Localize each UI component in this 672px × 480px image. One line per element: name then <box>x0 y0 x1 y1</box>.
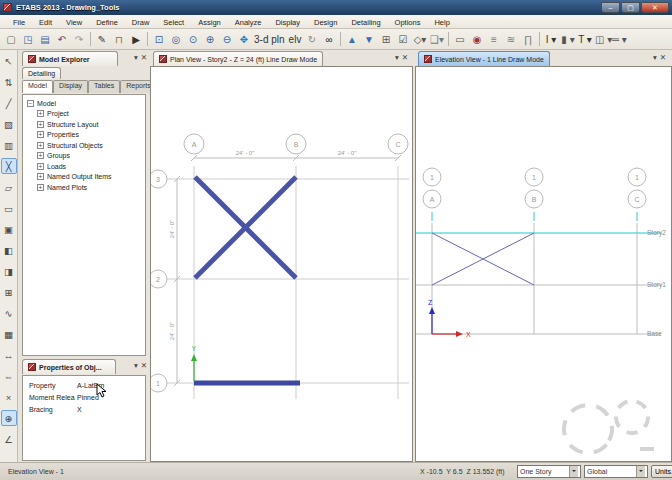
new-model-icon[interactable]: ▢ <box>3 31 19 47</box>
draw-floor-icon[interactable]: ▱ <box>1 179 17 195</box>
rotate-view-icon[interactable]: ↻ <box>304 31 320 47</box>
open-model-icon[interactable]: ◳ <box>20 31 36 47</box>
tree-item-named-plots[interactable]: +Named Plots <box>27 182 145 193</box>
drawn-x-brace[interactable] <box>195 177 296 278</box>
move-up-story-icon[interactable]: ▲ <box>344 31 360 47</box>
view-close-icon[interactable]: ✕ <box>660 53 666 62</box>
quick-draw-walls-icon[interactable]: ◨ <box>1 263 17 279</box>
elevation-view-canvas[interactable]: 1 1 1 A B C <box>415 66 672 462</box>
quick-draw-columns-icon[interactable]: ▥ <box>1 137 17 153</box>
previous-zoom-icon[interactable]: ⊙ <box>185 31 201 47</box>
plan-view-tab[interactable]: Plan View - Story2 - Z = 24 (ft) Line Dr… <box>153 51 323 66</box>
menu-item-edit[interactable]: Edit <box>32 16 59 28</box>
zoom-in-icon[interactable]: ⊕ <box>202 31 218 47</box>
elev-x-brace[interactable] <box>432 233 534 285</box>
explorer-tab-tables[interactable]: Tables <box>88 80 120 93</box>
minimize-button[interactable]: – <box>601 2 620 13</box>
model-explorer-tab[interactable]: Model Explorer <box>22 51 118 66</box>
units-button[interactable]: Units... <box>651 465 672 478</box>
undo-icon[interactable]: ↶ <box>54 31 70 47</box>
assign-joint-dropdown-icon[interactable]: ◇▾ <box>412 31 428 47</box>
panel-dropdown-icon[interactable]: ▾ <box>134 361 138 370</box>
snap-point-icon[interactable]: ◉ <box>469 31 485 47</box>
slab-section-dropdown[interactable]: ▮ ▾ <box>560 31 576 47</box>
open-box-icon[interactable]: ∏ <box>520 31 536 47</box>
tree-item-loads[interactable]: +Loads <box>27 161 145 172</box>
menu-item-select[interactable]: Select <box>156 16 191 28</box>
extrude-view-icon[interactable]: ≡ <box>486 31 502 47</box>
frame-i-section-dropdown[interactable]: I ▾ <box>543 31 559 47</box>
select-check-icon[interactable]: ☑ <box>395 31 411 47</box>
tree-expand-icon[interactable]: + <box>37 110 44 117</box>
similar-stories-icon[interactable]: ⊞ <box>378 31 394 47</box>
draw-frame-icon[interactable]: ▨ <box>1 116 17 132</box>
run-analysis-icon[interactable]: ▶ <box>128 31 144 47</box>
tree-expand-icon[interactable]: + <box>37 173 44 180</box>
redo-icon[interactable]: ↷ <box>71 31 87 47</box>
view-3d-button[interactable]: 3-d <box>253 31 269 47</box>
properties-panel-tab[interactable]: Properties of Obj... <box>22 359 116 374</box>
maximize-button[interactable]: ▢ <box>621 2 640 13</box>
quick-draw-braces-icon[interactable]: ╳ <box>1 158 17 174</box>
view-plan-button[interactable]: pln <box>270 31 286 47</box>
edit-drawing-icon[interactable]: ✎ <box>94 31 110 47</box>
restore-full-view-icon[interactable]: ◎ <box>168 31 184 47</box>
draw-walls-icon[interactable]: ◧ <box>1 242 17 258</box>
draw-grids-icon[interactable]: ▦ <box>1 326 17 342</box>
reshape-object-icon[interactable]: ⇅ <box>1 74 17 90</box>
menu-item-detailing[interactable]: Detailing <box>344 16 387 28</box>
menu-item-options[interactable]: Options <box>388 16 428 28</box>
pan-icon[interactable]: ✥ <box>236 31 252 47</box>
explorer-tab-display[interactable]: Display <box>53 80 88 93</box>
snap-to-lines-icon[interactable]: ∠ <box>1 431 17 447</box>
menu-item-display[interactable]: Display <box>268 16 307 28</box>
panel-close-icon[interactable]: ✕ <box>141 361 147 370</box>
menu-item-file[interactable]: File <box>6 16 32 28</box>
tree-expand-icon[interactable]: + <box>37 131 44 138</box>
tree-expand-icon[interactable]: + <box>37 121 44 128</box>
tree-expand-icon[interactable]: − <box>27 100 34 107</box>
close-button[interactable]: ✕ <box>641 2 669 13</box>
wall-section-dropdown[interactable]: ═ ▾ <box>611 31 627 47</box>
view-close-icon[interactable]: ✕ <box>402 53 408 62</box>
draw-reference-icon[interactable]: × <box>1 389 17 405</box>
tree-item-groups[interactable]: +Groups <box>27 151 145 162</box>
tree-expand-icon[interactable]: + <box>37 184 44 191</box>
draw-section-cut-icon[interactable]: ⇔ <box>1 368 17 384</box>
menu-item-help[interactable]: Help <box>427 16 456 28</box>
tee-section-dropdown[interactable]: T ▾ <box>577 31 593 47</box>
quick-draw-floor-icon[interactable]: ▣ <box>1 221 17 237</box>
move-down-story-icon[interactable]: ▼ <box>361 31 377 47</box>
menu-item-design[interactable]: Design <box>307 16 344 28</box>
extrude-ramp-icon[interactable]: ≋ <box>503 31 519 47</box>
coord-system-select[interactable]: Global <box>584 465 648 478</box>
panel-dropdown-icon[interactable]: ▾ <box>134 53 138 62</box>
draw-opening-icon[interactable]: ⊞ <box>1 284 17 300</box>
view-settings-icon[interactable]: ∞ <box>321 31 337 47</box>
menu-item-assign[interactable]: Assign <box>191 16 228 28</box>
plan-view-canvas[interactable]: 24' - 0" 24' - 0" 24' - 0" 24' - 0" A B <box>150 66 413 462</box>
menu-item-view[interactable]: View <box>59 16 89 28</box>
tree-item-model[interactable]: −Model <box>27 98 145 109</box>
view-dropdown-icon[interactable]: ▾ <box>395 53 399 62</box>
bracing-value[interactable]: X <box>77 406 82 413</box>
view-dropdown-icon[interactable]: ▾ <box>653 53 657 62</box>
save-model-icon[interactable]: ▤ <box>37 31 53 47</box>
tree-item-properties[interactable]: +Properties <box>27 130 145 141</box>
panel-close-icon[interactable]: ✕ <box>141 53 147 62</box>
tree-item-named-output-items[interactable]: +Named Output Items <box>27 172 145 183</box>
elevation-view-tab[interactable]: Elevation View - 1 Line Draw Mode <box>418 51 550 66</box>
menu-item-define[interactable]: Define <box>89 16 125 28</box>
draw-links-icon[interactable]: ∿ <box>1 305 17 321</box>
tree-item-structure-layout[interactable]: +Structure Layout <box>27 119 145 130</box>
draw-joint-icon[interactable]: ╱ <box>1 95 17 111</box>
tree-expand-icon[interactable]: + <box>37 142 44 149</box>
tree-expand-icon[interactable]: + <box>37 152 44 159</box>
explorer-tab-model[interactable]: Model <box>22 80 53 93</box>
story-view-select[interactable]: One Story <box>517 465 581 478</box>
zoom-out-icon[interactable]: ⊖ <box>219 31 235 47</box>
draw-dimension-icon[interactable]: ↔ <box>1 347 17 363</box>
tree-item-project[interactable]: +Project <box>27 109 145 120</box>
draw-rect-floor-icon[interactable]: ▭ <box>1 200 17 216</box>
view-elevation-button[interactable]: elv <box>287 31 303 47</box>
